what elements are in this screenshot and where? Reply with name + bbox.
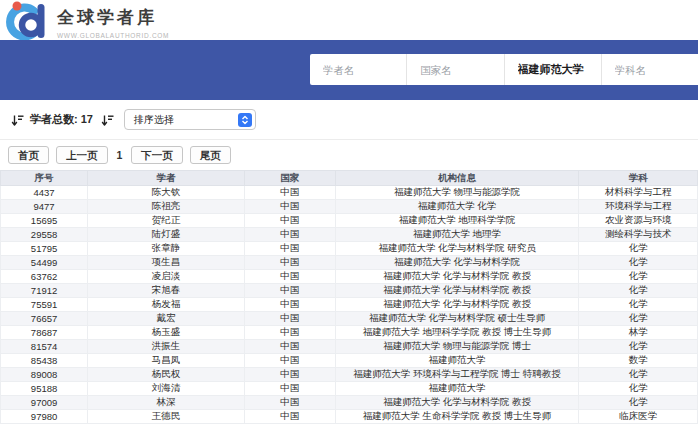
- table-row[interactable]: 75591杨发福中国福建师范大学 化学与材料学院 教授化学: [1, 298, 698, 312]
- cell-institution: 福建师范大学 化学与材料学院 教授: [335, 298, 579, 312]
- table-row[interactable]: 29558陆灯盛中国福建师范大学 地理学测绘科学与技术: [1, 228, 698, 242]
- cell-institution: 福建师范大学 化学与材料学院 教授: [335, 270, 579, 284]
- scholar-name-input[interactable]: [310, 54, 406, 85]
- cell-discipline: 化学: [579, 270, 698, 284]
- cell-scholar: 戴宏: [88, 312, 245, 326]
- table-row[interactable]: 4437陈大钦中国福建师范大学 物理与能源学院材料科学与工程: [1, 186, 698, 200]
- cell-id: 51795: [1, 242, 88, 256]
- cell-discipline: 化学: [579, 368, 698, 382]
- table-row[interactable]: 81574洪振生中国福建师范大学 物理与能源学院 博士化学: [1, 340, 698, 354]
- cell-country: 中国: [244, 368, 335, 382]
- sort-select-value: 排序选择: [134, 113, 174, 127]
- first-page-button[interactable]: 首页: [8, 146, 49, 165]
- table-row[interactable]: 89008杨民权中国福建师范大学 环境科学与工程学院 博士 特聘教授化学: [1, 368, 698, 382]
- table-row[interactable]: 71912宋旭春中国福建师范大学 化学与材料学院 教授化学: [1, 284, 698, 298]
- cell-discipline: 农业资源与环境: [579, 214, 698, 228]
- cell-scholar: 陈祖亮: [88, 200, 245, 214]
- cell-institution: 福建师范大学 地理学: [335, 228, 579, 242]
- cell-country: 中国: [244, 242, 335, 256]
- cell-discipline: 化学: [579, 284, 698, 298]
- current-page-number[interactable]: 1: [115, 149, 125, 161]
- header-id: 序号: [1, 171, 88, 186]
- table-row[interactable]: 78687杨玉盛中国福建师范大学 地理科学学院 教授 博士生导师林学: [1, 326, 698, 340]
- cell-institution: 福建师范大学 环境科学与工程学院 博士 特聘教授: [335, 368, 579, 382]
- table-row[interactable]: 95188刘海清中国福建师范大学化学: [1, 382, 698, 396]
- institution-name-input[interactable]: [505, 54, 601, 85]
- cell-scholar: 陆灯盛: [88, 228, 245, 242]
- country-name-input[interactable]: [407, 54, 503, 85]
- cell-scholar: 凌启淡: [88, 270, 245, 284]
- sort-descending-icon: [11, 113, 24, 126]
- prev-page-button[interactable]: 上一页: [56, 146, 108, 165]
- discipline-name-field-wrap: [601, 54, 698, 85]
- cell-id: 95188: [1, 382, 88, 396]
- cell-discipline: 化学: [579, 298, 698, 312]
- cell-discipline: 化学: [579, 382, 698, 396]
- institution-name-field-wrap: [504, 54, 601, 85]
- cell-id: 75591: [1, 298, 88, 312]
- header-institution: 机构信息: [335, 171, 579, 186]
- cell-scholar: 杨民权: [88, 368, 245, 382]
- last-page-button[interactable]: 尾页: [190, 146, 231, 165]
- sort-order-select[interactable]: 排序选择: [124, 109, 256, 130]
- cell-id: 54499: [1, 256, 88, 270]
- cell-scholar: 宋旭春: [88, 284, 245, 298]
- cell-id: 76657: [1, 312, 88, 326]
- cell-scholar: 杨玉盛: [88, 326, 245, 340]
- cell-country: 中国: [244, 214, 335, 228]
- table-row[interactable]: 54499项生昌中国福建师范大学 化学与材料学院化学: [1, 256, 698, 270]
- cell-id: 29558: [1, 228, 88, 242]
- cell-scholar: 洪振生: [88, 340, 245, 354]
- results-toolbar: 学者总数: 17 排序选择: [0, 100, 698, 140]
- cell-discipline: 化学: [579, 242, 698, 256]
- discipline-name-input[interactable]: [602, 54, 698, 85]
- table-row[interactable]: 9477陈祖亮中国福建师范大学 化学环境科学与工程: [1, 200, 698, 214]
- select-stepper-icon: [238, 113, 252, 127]
- cell-country: 中国: [244, 298, 335, 312]
- cell-id: 71912: [1, 284, 88, 298]
- cell-id: 89008: [1, 368, 88, 382]
- cell-id: 4437: [1, 186, 88, 200]
- cell-id: 97009: [1, 396, 88, 410]
- main-nav-band: [0, 40, 698, 100]
- header-discipline: 学科: [579, 171, 698, 186]
- cell-id: 15695: [1, 214, 88, 228]
- table-row[interactable]: 76657戴宏中国福建师范大学 化学与材料学院 硕士生导师化学: [1, 312, 698, 326]
- cell-scholar: 马昌凤: [88, 354, 245, 368]
- table-row[interactable]: 97980王德民中国福建师范大学 生命科学学院 教授 博士生导师临床医学: [1, 410, 698, 424]
- brand-text: 全球学者库 WWW.GLOBALAUTHORID.COM: [57, 6, 169, 39]
- table-row[interactable]: 51795张章静中国福建师范大学 化学与材料学院 研究员化学: [1, 242, 698, 256]
- header-scholar: 学者: [88, 171, 245, 186]
- cell-id: 78687: [1, 326, 88, 340]
- table-row[interactable]: 85438马昌凤中国福建师范大学数学: [1, 354, 698, 368]
- cell-id: 97980: [1, 410, 88, 424]
- cell-institution: 福建师范大学 化学: [335, 200, 579, 214]
- cell-discipline: 化学: [579, 396, 698, 410]
- table-row[interactable]: 63762凌启淡中国福建师范大学 化学与材料学院 教授化学: [1, 270, 698, 284]
- next-page-button[interactable]: 下一页: [131, 146, 183, 165]
- sort-descending-icon: [101, 113, 114, 126]
- table-row[interactable]: 15695贺纪正中国福建师范大学 地理科学学院农业资源与环境: [1, 214, 698, 228]
- cell-institution: 福建师范大学 地理科学学院: [335, 214, 579, 228]
- cell-discipline: 临床医学: [579, 410, 698, 424]
- cell-institution: 福建师范大学 物理与能源学院 博士: [335, 340, 579, 354]
- cell-id: 9477: [1, 200, 88, 214]
- cell-country: 中国: [244, 186, 335, 200]
- cell-scholar: 王德民: [88, 410, 245, 424]
- cell-institution: 福建师范大学: [335, 354, 579, 368]
- scholar-table-body: 4437陈大钦中国福建师范大学 物理与能源学院材料科学与工程9477陈祖亮中国福…: [1, 186, 698, 424]
- cell-discipline: 环境科学与工程: [579, 200, 698, 214]
- cell-scholar: 林深: [88, 396, 245, 410]
- table-row[interactable]: 97009林深中国福建师范大学 化学与材料学院 教授化学: [1, 396, 698, 410]
- cell-discipline: 化学: [579, 340, 698, 354]
- cell-discipline: 化学: [579, 256, 698, 270]
- cell-institution: 福建师范大学 化学与材料学院: [335, 256, 579, 270]
- cell-country: 中国: [244, 382, 335, 396]
- cell-discipline: 化学: [579, 312, 698, 326]
- cell-scholar: 刘海清: [88, 382, 245, 396]
- cell-scholar: 杨发福: [88, 298, 245, 312]
- cell-discipline: 林学: [579, 326, 698, 340]
- pagination: 首页 上一页 1 下一页 尾页: [0, 140, 698, 170]
- cell-country: 中国: [244, 410, 335, 424]
- cell-institution: 福建师范大学 生命科学学院 教授 博士生导师: [335, 410, 579, 424]
